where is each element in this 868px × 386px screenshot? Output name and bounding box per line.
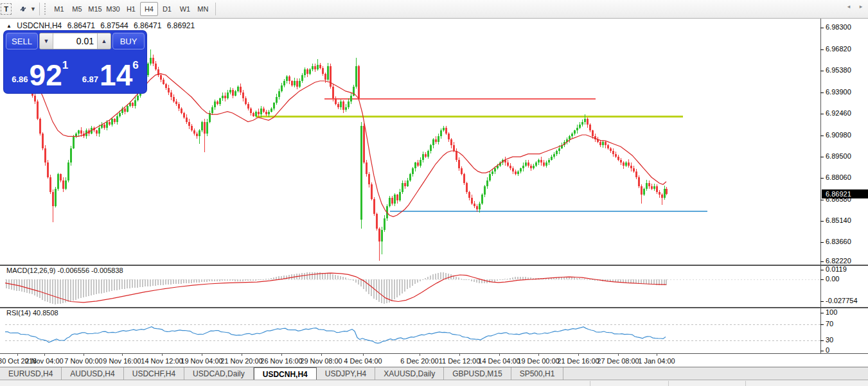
price-axis-tick (820, 28, 824, 28)
time-axis-tick (202, 353, 202, 356)
time-axis-label: 14 Dec 04:00 (478, 357, 520, 365)
sell-price-display[interactable]: 6.86 92 1 (6, 51, 75, 91)
time-axis-label: 14 Nov 12:00 (141, 357, 182, 365)
rsi-axis-label: 0 (826, 346, 829, 354)
pane-separator[interactable] (0, 307, 868, 308)
arrow-down-icon: ▼ (44, 38, 49, 44)
sell-button[interactable]: SELL (6, 33, 38, 49)
time-axis-tick (363, 353, 364, 356)
price-axis-tick (820, 200, 824, 200)
rsi-axis-tick (820, 351, 824, 351)
price-axis-label: 6.95380 (826, 66, 851, 74)
volume-decrease-button[interactable]: ▼ (40, 33, 53, 49)
volume-input[interactable] (53, 33, 97, 49)
buy-button[interactable]: BUY (112, 33, 145, 49)
price-axis-label: 6.96820 (826, 45, 851, 53)
time-axis-tick (17, 353, 18, 356)
time-axis-label: 7 Nov 00:00 (64, 357, 102, 365)
price-axis-tick (820, 261, 824, 262)
price-axis-label: 6.85140 (826, 216, 851, 224)
time-axis-label: 6 Dec 20:00 (400, 357, 438, 365)
time-axis-label: 19 Dec 00:00 (517, 357, 559, 365)
time-axis-tick (538, 353, 539, 356)
chart-tab-sp500-h1[interactable]: SP500,H1 (511, 367, 564, 380)
ohlc-open: 6.86471 (67, 21, 95, 30)
time-axis-label: 27 Dec 08:00 (597, 357, 639, 365)
time-axis-line (0, 353, 868, 354)
ohlc-low: 6.86471 (134, 21, 161, 30)
time-axis-label: 9 Nov 16:00 (103, 357, 141, 365)
price-axis-label: 6.89500 (826, 152, 851, 160)
chart-tab-usdchf-h4[interactable]: USDCHF,H4 (124, 367, 184, 380)
statusbar-separator (745, 381, 746, 386)
chart-symbol-period: USDCNH,H4 (17, 21, 62, 30)
rsi-axis-label: 70 (826, 320, 833, 328)
price-axis-label: 6.98300 (826, 23, 851, 31)
time-axis-label: 4 Dec 04:00 (344, 357, 382, 365)
macd-axis-tick (820, 270, 824, 270)
macd-axis-tick (820, 301, 824, 302)
chart-tab-audusd-h4[interactable]: AUDUSD,H4 (62, 367, 123, 380)
volume-increase-button[interactable]: ▲ (97, 33, 111, 49)
price-axis-label: 6.90980 (826, 131, 851, 139)
price-axis-tick (820, 136, 824, 136)
time-axis-tick (459, 353, 460, 356)
buy-price-display[interactable]: 6.87 14 6 (76, 51, 145, 91)
one-click-trading-panel: SELL ▼ ▲ BUY 6.86 92 1 6.87 14 6 (4, 31, 146, 93)
time-axis-label: 1 Jan 04:00 (638, 357, 675, 365)
time-axis-tick (321, 353, 322, 356)
status-bar (0, 380, 868, 386)
time-axis-label: 29 Nov 08:00 (300, 357, 342, 365)
pane-separator[interactable] (0, 265, 868, 266)
time-axis-label: 21 Dec 16:00 (557, 357, 599, 365)
price-axis-tick (820, 242, 824, 243)
mt-terminal-window: T ▼ M1M5M15M30H1H4D1W1MN ▲ USDCNH,H4 6.8… (0, 0, 868, 386)
chart-tab-eurusd-h4[interactable]: EURUSD,H4 (0, 367, 62, 380)
macd-axis-tick (820, 279, 824, 280)
chart-tab-usdcnh-h4[interactable]: USDCNH,H4 (254, 367, 317, 380)
buy-price-pips: 14 (100, 62, 132, 89)
chart-ohlc-header: ▲ USDCNH,H4 6.86471 6.87544 6.86471 6.86… (6, 21, 198, 30)
price-axis-label: 6.82220 (826, 257, 851, 265)
rsi-axis-label: 30 (826, 336, 833, 344)
time-axis-label: 26 Nov 16:00 (260, 357, 302, 365)
current-price-tag: 6.86921 (822, 189, 868, 198)
time-axis-label: 2 Nov 04:00 (25, 357, 63, 365)
price-axis-tick (820, 92, 824, 93)
price-axis-label: 6.83660 (826, 238, 851, 245)
price-axis-tick (820, 157, 824, 157)
price-axis-label: 6.93900 (826, 88, 851, 96)
time-axis-tick (281, 353, 282, 356)
sell-price-point: 1 (62, 59, 68, 72)
price-axis-tick (820, 49, 824, 50)
time-axis-tick (578, 353, 579, 356)
macd-axis-label: -0.027754 (826, 297, 858, 304)
rsi-indicator-label: RSI(14) 40.8508 (6, 309, 58, 317)
price-axis-border (820, 19, 821, 354)
chart-tab-xauusd-daily[interactable]: XAUUSD,Daily (375, 367, 444, 380)
ohlc-close: 6.86921 (167, 21, 195, 30)
chart-marker-icon: ▲ (6, 23, 12, 29)
time-axis-tick (499, 353, 500, 356)
sell-price-pips: 92 (30, 62, 62, 89)
chart-tab-gbpusd-m15[interactable]: GBPUSD,M15 (444, 367, 511, 380)
time-axis-tick (618, 353, 619, 356)
time-axis-tick (657, 353, 657, 356)
time-axis-label: 21 Nov 20:00 (220, 357, 262, 365)
price-axis-tick (820, 114, 824, 114)
time-axis-label: 19 Nov 04:00 (181, 357, 222, 365)
macd-indicator-label: MACD(12,26,9) -0.006556 -0.005838 (6, 267, 123, 274)
rsi-axis-tick (820, 324, 824, 325)
macd-axis-label: 0.00 (826, 275, 839, 283)
volume-stepper: ▼ ▲ (39, 33, 111, 49)
price-axis-tick (820, 71, 824, 71)
price-axis-tick (820, 221, 824, 222)
time-axis-tick (162, 353, 163, 356)
chart-tab-usdjpy-h4[interactable]: USDJPY,H4 (317, 367, 375, 380)
time-axis-tick (242, 353, 242, 356)
price-axis-label: 6.88060 (826, 173, 851, 181)
chart-tab-usdcad-daily[interactable]: USDCAD,Daily (184, 367, 254, 380)
buy-price-point: 6 (132, 59, 138, 72)
time-axis-tick (84, 353, 84, 356)
chart-tab-bar: EURUSD,H4AUDUSD,H4USDCHF,H4USDCAD,DailyU… (0, 367, 868, 380)
